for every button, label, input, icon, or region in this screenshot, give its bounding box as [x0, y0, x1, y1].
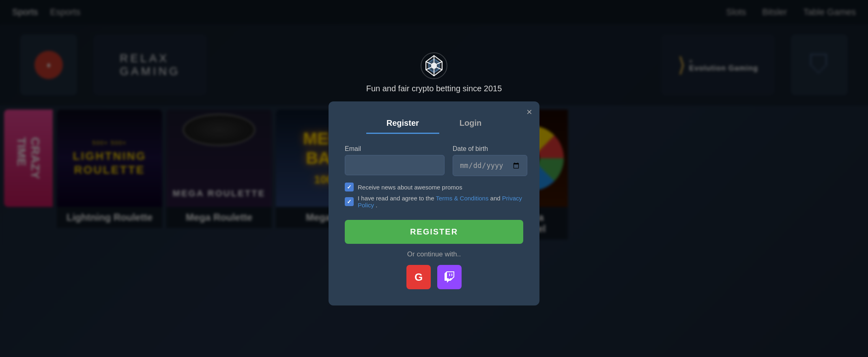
twitch-signin-button[interactable] [437, 265, 462, 289]
register-tab[interactable]: Register [366, 114, 439, 134]
google-signin-button[interactable]: G [406, 265, 431, 289]
checkbox-row-1: ✓ Receive news about awesome promos [345, 183, 523, 191]
email-label: Email [345, 145, 445, 153]
email-input[interactable] [345, 155, 445, 175]
email-group: Email [345, 145, 445, 176]
brand-logo [420, 52, 448, 80]
form-top-row: Email Date of birth [345, 145, 523, 176]
promos-label: Receive news about awesome promos [358, 184, 462, 191]
modal-header: Fun and fair crypto betting since 2015 [366, 52, 502, 101]
dob-label: Date of birth [453, 145, 527, 153]
dob-input[interactable] [453, 155, 527, 176]
checkbox-promos[interactable]: ✓ [345, 183, 354, 191]
modal-body: × Register Login Email Date of birth ✓ R… [329, 101, 539, 305]
check-icon-2: ✓ [347, 198, 352, 205]
check-icon: ✓ [347, 184, 352, 190]
register-button[interactable]: REGISTER [345, 220, 523, 244]
dob-group: Date of birth [453, 145, 527, 176]
modal-subtitle: Fun and fair crypto betting since 2015 [366, 84, 502, 93]
close-button[interactable]: × [526, 107, 532, 117]
registration-modal: Fun and fair crypto betting since 2015 ×… [329, 52, 539, 305]
terms-label: I have read and agree to the Terms & Con… [358, 195, 523, 209]
terms-link[interactable]: Terms & Conditions [436, 195, 488, 202]
checkbox-terms[interactable]: ✓ [345, 197, 354, 206]
modal-tabs: Register Login [345, 114, 523, 134]
social-buttons: G [345, 265, 523, 289]
or-continue-text: Or continue with.. [345, 250, 523, 258]
login-tab[interactable]: Login [439, 114, 502, 134]
twitch-icon [444, 271, 455, 283]
checkbox-row-2: ✓ I have read and agree to the Terms & C… [345, 195, 523, 209]
